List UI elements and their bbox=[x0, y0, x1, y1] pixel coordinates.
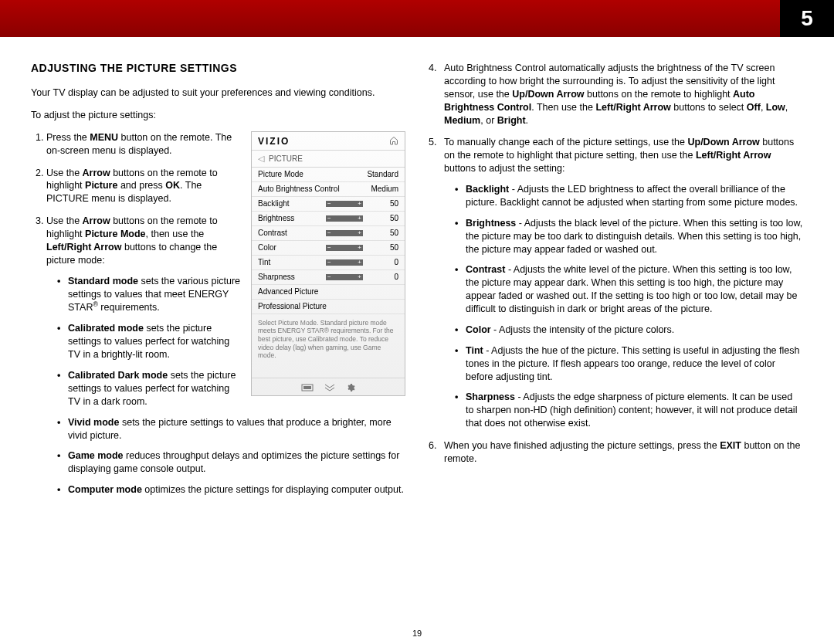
mode-calibrated-dark: Calibrated Dark mode sets the picture se… bbox=[57, 369, 405, 408]
right-column: Auto Brightness Control automatically ad… bbox=[429, 62, 803, 506]
osd-logo: VIZIO bbox=[258, 136, 290, 147]
osd-crumb-label: PICTURE bbox=[269, 154, 303, 163]
left-column: ADJUSTING THE PICTURE SETTINGS Your TV d… bbox=[31, 62, 405, 506]
osd-title-bar: VIZIO bbox=[252, 132, 405, 151]
osd-row-label: Picture Mode bbox=[258, 170, 366, 178]
mode-list: Standard mode sets the various picture s… bbox=[46, 275, 405, 497]
osd-row: Backlight−+50 bbox=[252, 197, 405, 212]
setting-contrast: Contrast - Adjusts the white level of th… bbox=[455, 263, 803, 316]
chapter-number: 5 bbox=[780, 0, 834, 37]
osd-row: Picture ModeStandard bbox=[252, 168, 405, 182]
osd-row: Contrast−+50 bbox=[252, 226, 405, 241]
page-content: ADJUSTING THE PICTURE SETTINGS Your TV d… bbox=[0, 37, 834, 514]
home-icon bbox=[389, 136, 398, 147]
osd-row-value: Standard bbox=[366, 170, 398, 178]
mode-game: Game mode reduces throughput delays and … bbox=[57, 449, 405, 476]
setting-backlight: Backlight - Adjusts the LED brightness t… bbox=[455, 183, 803, 209]
setting-color: Color - Adjusts the intensity of the pic… bbox=[455, 324, 803, 337]
osd-row: Brightness−+50 bbox=[252, 212, 405, 226]
mode-vivid: Vivid mode sets the picture settings to … bbox=[57, 416, 405, 442]
header-bar: 5 bbox=[0, 0, 834, 37]
slider-icon: −+ bbox=[326, 230, 363, 236]
osd-row-label: Brightness bbox=[258, 214, 326, 222]
osd-row-label: Color bbox=[258, 243, 326, 252]
intro-lead: To adjust the picture settings: bbox=[31, 109, 405, 122]
slider-icon: −+ bbox=[326, 215, 363, 222]
osd-row-label: Tint bbox=[258, 258, 326, 266]
slider-icon: −+ bbox=[326, 201, 363, 207]
step-4: Auto Brightness Control automatically ad… bbox=[444, 62, 803, 127]
mode-standard: Standard mode sets the various picture s… bbox=[57, 275, 405, 315]
setting-tint: Tint - Adjusts the hue of the picture. T… bbox=[455, 344, 803, 384]
osd-row-value: Medium bbox=[366, 185, 398, 193]
osd-row-value: 50 bbox=[366, 243, 398, 252]
step-5: To manually change each of the picture s… bbox=[444, 136, 803, 430]
steps-list-right: Auto Brightness Control automatically ad… bbox=[429, 62, 803, 466]
slider-icon: −+ bbox=[326, 245, 363, 251]
osd-row-label: Backlight bbox=[258, 199, 326, 208]
slider-icon: −+ bbox=[326, 259, 363, 266]
osd-row-label: Auto Brightness Control bbox=[258, 185, 366, 193]
step-6: When you have finished adjusting the pic… bbox=[444, 439, 803, 466]
intro-paragraph: Your TV display can be adjusted to suit … bbox=[31, 86, 405, 100]
osd-row: Color−+50 bbox=[252, 241, 405, 256]
osd-row-value: 0 bbox=[366, 258, 398, 266]
osd-row-value: 50 bbox=[366, 199, 398, 208]
section-title: ADJUSTING THE PICTURE SETTINGS bbox=[31, 62, 405, 74]
setting-sharpness: Sharpness - Adjusts the edge sharpness o… bbox=[455, 391, 803, 430]
mode-computer: Computer mode optimizes the picture sett… bbox=[57, 483, 405, 497]
osd-row-label: Contrast bbox=[258, 229, 326, 237]
osd-row-value: 50 bbox=[366, 214, 398, 222]
osd-row: Auto Brightness ControlMedium bbox=[252, 182, 405, 197]
back-icon: ◁ bbox=[258, 154, 264, 164]
osd-row: Tint−+0 bbox=[252, 256, 405, 270]
page-number: 19 bbox=[0, 629, 834, 638]
mode-calibrated: Calibrated mode sets the picture setting… bbox=[57, 322, 405, 361]
settings-list: Backlight - Adjusts the LED brightness t… bbox=[444, 183, 803, 430]
osd-row-value: 50 bbox=[366, 229, 398, 237]
osd-breadcrumb: ◁ PICTURE bbox=[252, 151, 405, 168]
setting-brightness: Brightness - Adjusts the black level of … bbox=[455, 217, 803, 256]
